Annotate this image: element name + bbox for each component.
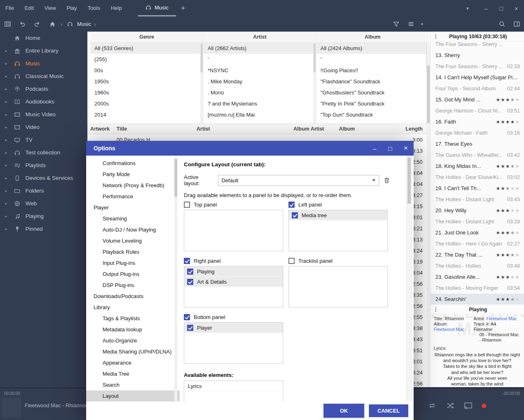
queue-track-artist-row[interactable]: The Hollies - Here I Go Again02:27 <box>430 238 524 249</box>
star-rating[interactable]: ★★★★★ <box>496 208 520 213</box>
cancel-button[interactable]: CANCEL <box>369 404 408 417</box>
panel-element-playing[interactable]: Playing <box>184 266 283 277</box>
queue-track-title-row[interactable]: 19. I Can't Tell Th...★★★★★ <box>430 183 524 194</box>
queue-track-title-row[interactable]: 13. Sherry <box>430 50 524 61</box>
kebab-menu-icon[interactable] <box>430 34 441 39</box>
panel-dropzone[interactable]: Media tree <box>288 210 388 251</box>
column-header[interactable]: Artist <box>204 32 316 43</box>
options-nav-metadata-lookup[interactable]: Metadata lookup <box>86 324 180 335</box>
queue-track-title-row[interactable]: 22. The Day That ...★★★★★ <box>430 249 524 260</box>
expand-chevron-icon[interactable]: ▸ <box>0 125 12 129</box>
browser-row[interactable]: "Flashdance" Soundtrack <box>316 76 429 87</box>
menu-play[interactable]: Play <box>61 0 82 16</box>
sidebar-item-audiobooks[interactable]: ▸Audiobooks <box>0 95 87 108</box>
column-header[interactable]: Album <box>316 32 429 43</box>
expand-chevron-icon[interactable]: ▸ <box>0 176 12 180</box>
playing-list-item[interactable]: 20. Hey Willy★★★★★The Hollies - Distant … <box>430 205 524 227</box>
browser-row[interactable]: 00s <box>90 65 203 76</box>
browser-row[interactable]: 2000s <box>90 98 203 109</box>
nav-scrollbar[interactable] <box>174 157 177 420</box>
star-rating[interactable]: ★★★★★ <box>496 252 520 258</box>
queue-track-artist-row[interactable]: The Guess Who - Wheatfiel...03:42 <box>430 149 524 161</box>
expand-chevron-icon[interactable]: ▸ <box>0 99 12 104</box>
queue-track-title-row[interactable]: 23. Gasoline Alle...★★★★★ <box>430 271 524 282</box>
expand-chevron-icon[interactable]: ▸ <box>0 214 12 218</box>
tab-list-chevron-icon[interactable]: ▾ <box>460 0 475 16</box>
column-header-artwork[interactable]: Artwork <box>90 126 117 132</box>
options-nav-auto-organize[interactable]: Auto-Organize <box>86 335 180 346</box>
scrollbar-thumb[interactable] <box>313 44 316 72</box>
queue-track-title-row[interactable]: 24. Searchin'★★★★★ <box>430 294 524 305</box>
sidebar-item-music-video[interactable]: ▸Music Video <box>0 108 87 121</box>
minimize-icon[interactable]: – <box>478 0 494 16</box>
playing-list-item[interactable]: 24. Searchin'★★★★★ <box>430 294 524 305</box>
record-icon[interactable] <box>482 404 486 408</box>
sidebar-item-tv[interactable]: ▸TV <box>0 133 87 146</box>
star-rating[interactable]: ★★★★★ <box>496 186 520 191</box>
sidebar-item-pinned[interactable]: ▸Pinned <box>0 223 87 235</box>
breadcrumb-chevron-icon[interactable]: › <box>94 21 96 28</box>
options-nav-input-plug-ins[interactable]: Input Plug-ins <box>86 257 180 269</box>
panel-element-media-tree[interactable]: Media tree <box>289 210 387 220</box>
options-nav-streaming[interactable]: Streaming <box>86 213 180 224</box>
redo-icon[interactable] <box>30 16 44 32</box>
kebab-menu-icon[interactable] <box>430 307 441 312</box>
expand-chevron-icon[interactable]: ▸ <box>0 87 12 91</box>
panel-element-art-details[interactable]: Art & Details <box>184 277 283 287</box>
sidebar-item-entire-library[interactable]: ▸Entire Library <box>0 44 87 57</box>
queue-track-artist-row[interactable]: Four Tops - Second Album02:44 <box>430 83 524 94</box>
tab-music[interactable]: Music <box>138 0 176 16</box>
browser-row[interactable]: . Mono <box>204 87 316 98</box>
expand-chevron-icon[interactable]: ▸ <box>0 188 12 193</box>
menu-tools[interactable]: Tools <box>82 0 105 16</box>
available-element-lyrics[interactable]: Lyrics <box>184 381 283 391</box>
options-nav-player[interactable]: Player <box>86 202 180 213</box>
options-nav-performance[interactable]: Performance <box>86 191 180 202</box>
panel-toggle-icon[interactable] <box>0 16 15 32</box>
sidebar-item-playlists[interactable]: ▸Playlists <box>0 159 87 172</box>
browser-row[interactable]: All (2662 Artists) <box>204 43 316 54</box>
expand-chevron-icon[interactable]: ▸ <box>0 61 12 66</box>
options-nav-layout[interactable]: Layout <box>86 390 180 402</box>
queue-track-title-row[interactable]: 14. I Can't Help Myself (Sugar Pie, ... <box>430 72 524 83</box>
queue-track-title-row[interactable]: 20. Hey Willy★★★★★ <box>430 205 524 216</box>
options-nav-confirmations[interactable]: Confirmations <box>86 158 180 169</box>
options-nav-network-proxy-freedb[interactable]: Network (Proxy & Freedb) <box>86 180 180 191</box>
browser-row[interactable]: All (2424 Albums) <box>316 43 429 54</box>
options-nav-media-tree[interactable]: Media Tree <box>86 368 180 379</box>
undo-icon[interactable] <box>15 16 30 32</box>
browser-row[interactable]: ' <box>316 54 429 65</box>
menu-edit[interactable]: Edit <box>19 0 39 16</box>
expand-chevron-icon[interactable]: ▸ <box>0 201 12 206</box>
active-layout-select[interactable]: Default <box>218 175 379 186</box>
playing-list-item[interactable]: 15. Got My Mind ...★★★★★George Harrison … <box>430 94 524 116</box>
playing-checkbox[interactable] <box>187 269 193 275</box>
left-panel-checkbox[interactable] <box>288 202 295 208</box>
reading-pane-icon[interactable] <box>509 16 524 32</box>
column-scrollbar[interactable] <box>200 43 203 124</box>
queue-track-title-row[interactable]: 21. Just One Look★★★★★ <box>430 227 524 238</box>
scrollbar-thumb[interactable] <box>407 158 411 204</box>
sidebar-item-podcasts[interactable]: ▸Podcasts <box>0 83 87 95</box>
maximize-icon[interactable]: □ <box>494 0 509 16</box>
sidebar-item-video[interactable]: ▸Video <box>0 121 87 133</box>
star-rating[interactable]: ★★★★★ <box>496 97 520 103</box>
options-nav-search[interactable]: Search <box>86 379 180 390</box>
options-nav-tags-playlists[interactable]: Tags & Playlists <box>86 313 180 324</box>
bottom-panel-checkbox[interactable] <box>184 314 190 320</box>
browser-row[interactable]: ' <box>204 54 316 65</box>
queue-track-artist-row[interactable]: The Hollies - Distant Light03:28 <box>430 216 524 227</box>
column-header-length[interactable]: Length <box>400 126 430 132</box>
expand-chevron-icon[interactable]: ▸ <box>0 150 12 155</box>
sidebar-item-home[interactable]: Home <box>0 32 87 44</box>
options-nav-party-mode[interactable]: Party Mode <box>86 169 180 180</box>
search-icon[interactable] <box>494 16 509 32</box>
options-nav-playback-rules[interactable]: Playback Rules <box>86 246 180 257</box>
playing-list-item[interactable]: 14. I Can't Help Myself (Sugar Pie, ...F… <box>430 72 524 94</box>
expand-chevron-icon[interactable]: ▸ <box>0 227 12 231</box>
queue-track-artist-row[interactable]: The Hollies - Dear Eloise/Ki...03:02 <box>430 172 524 183</box>
browser-row[interactable]: 2014 <box>90 109 203 120</box>
queue-track-title-row[interactable]: 15. Got My Mind ...★★★★★ <box>430 94 524 105</box>
column-header-artist[interactable]: Artist <box>197 126 293 132</box>
expand-chevron-icon[interactable]: ▸ <box>0 112 12 117</box>
